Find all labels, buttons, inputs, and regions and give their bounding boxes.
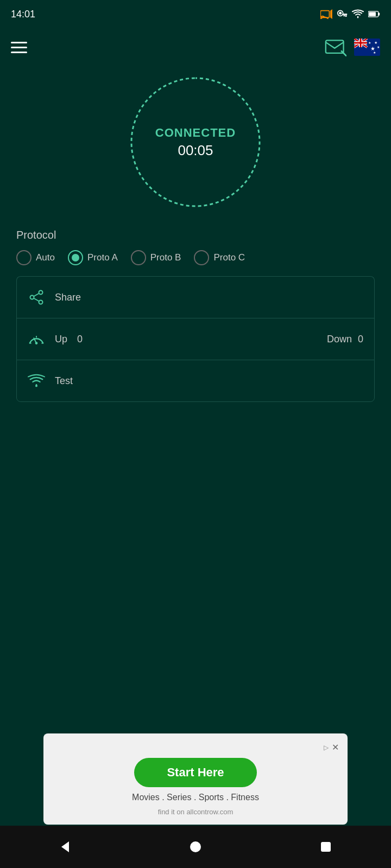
ad-categories: Movies . Series . Sports . Fitness bbox=[132, 793, 259, 802]
svg-marker-38 bbox=[61, 841, 69, 852]
svg-text:★: ★ bbox=[373, 51, 376, 54]
country-flag-button[interactable]: ★ ★ ★ ★ ★ bbox=[354, 35, 380, 59]
hamburger-line-2 bbox=[11, 47, 27, 48]
protocol-option-protoA[interactable]: Proto A bbox=[68, 250, 118, 265]
radio-circle-auto bbox=[16, 250, 31, 265]
svg-point-28 bbox=[39, 301, 43, 304]
hamburger-line-3 bbox=[11, 52, 27, 53]
svg-rect-8 bbox=[379, 12, 380, 15]
speed-row: Up 0 Down 0 bbox=[28, 330, 363, 348]
svg-line-31 bbox=[34, 298, 39, 301]
home-button[interactable] bbox=[179, 831, 212, 863]
svg-line-30 bbox=[34, 293, 39, 296]
ad-url: find it on allcontrow.com bbox=[158, 808, 234, 816]
svg-point-33 bbox=[35, 342, 38, 344]
svg-point-3 bbox=[339, 12, 342, 15]
wifi-test-icon bbox=[28, 372, 45, 390]
connection-container: CONNECTED 00:05 bbox=[0, 72, 391, 213]
connection-text: CONNECTED 00:05 bbox=[155, 126, 236, 159]
share-label: Share bbox=[55, 292, 81, 303]
svg-rect-40 bbox=[321, 842, 331, 852]
up-label: Up bbox=[55, 334, 67, 345]
australia-flag-icon: ★ ★ ★ ★ ★ bbox=[354, 39, 380, 56]
hamburger-menu[interactable] bbox=[11, 42, 27, 53]
protocol-option-protoB[interactable]: Proto B bbox=[131, 250, 181, 265]
top-bar: ★ ★ ★ ★ ★ bbox=[0, 28, 391, 66]
down-label: Down bbox=[327, 334, 352, 344]
status-time: 14:01 bbox=[11, 9, 35, 20]
svg-rect-9 bbox=[369, 12, 376, 16]
protocol-option-auto[interactable]: Auto bbox=[16, 250, 55, 265]
radio-label-auto: Auto bbox=[36, 252, 55, 263]
wifi-icon bbox=[352, 9, 364, 19]
cast-icon bbox=[320, 9, 332, 19]
mail-button[interactable] bbox=[324, 35, 348, 59]
test-label: Test bbox=[55, 375, 73, 387]
protocol-options: Auto Proto A Proto B Proto C bbox=[16, 250, 375, 265]
protocol-title: Protocol bbox=[16, 229, 375, 241]
svg-rect-20 bbox=[354, 42, 367, 44]
svg-text:★: ★ bbox=[374, 41, 377, 44]
battery-icon bbox=[368, 9, 380, 19]
speedometer-icon bbox=[28, 330, 45, 348]
ad-banner: ▷ ✕ Start Here Movies . Series . Sports … bbox=[43, 733, 348, 825]
ad-header: ▷ ✕ bbox=[52, 742, 339, 752]
svg-point-39 bbox=[190, 841, 201, 852]
home-icon bbox=[189, 840, 202, 853]
ad-close-button[interactable]: ✕ bbox=[332, 742, 339, 752]
ad-start-button[interactable]: Start Here bbox=[134, 758, 256, 787]
svg-rect-4 bbox=[343, 14, 347, 15]
status-icons bbox=[320, 9, 380, 19]
connected-status: CONNECTED bbox=[155, 126, 236, 140]
back-button[interactable] bbox=[49, 831, 81, 863]
share-button[interactable]: Share bbox=[16, 276, 375, 318]
speed-left: Up 0 bbox=[28, 330, 83, 348]
radio-label-protoC: Proto C bbox=[213, 252, 245, 263]
recents-button[interactable] bbox=[310, 831, 342, 863]
status-bar: 14:01 bbox=[0, 0, 391, 28]
svg-rect-5 bbox=[345, 15, 347, 17]
radio-label-protoB: Proto B bbox=[150, 252, 181, 263]
up-value: 0 bbox=[77, 334, 83, 345]
protocol-option-protoC[interactable]: Proto C bbox=[194, 250, 245, 265]
svg-point-27 bbox=[39, 291, 43, 295]
mail-icon bbox=[325, 38, 346, 56]
protocol-section: Protocol Auto Proto A Proto B Proto C bbox=[0, 229, 391, 276]
test-button[interactable]: Test bbox=[16, 360, 375, 402]
hamburger-line-1 bbox=[11, 42, 27, 43]
svg-point-29 bbox=[30, 296, 34, 299]
radio-inner-protoA bbox=[72, 254, 79, 261]
svg-point-37 bbox=[35, 385, 37, 387]
radio-circle-protoA bbox=[68, 250, 83, 265]
connection-timer: 00:05 bbox=[155, 142, 236, 159]
connection-circle[interactable]: CONNECTED 00:05 bbox=[125, 72, 266, 213]
svg-rect-6 bbox=[344, 15, 345, 17]
speed-right: Down 0 bbox=[327, 334, 363, 345]
recents-icon bbox=[320, 841, 332, 853]
top-bar-right: ★ ★ ★ ★ ★ bbox=[324, 35, 380, 59]
key-icon bbox=[337, 9, 348, 19]
nav-bar bbox=[0, 826, 391, 868]
share-icon bbox=[28, 289, 45, 306]
back-icon bbox=[57, 839, 73, 855]
svg-text:★: ★ bbox=[377, 46, 380, 49]
svg-text:★: ★ bbox=[368, 41, 371, 44]
radio-label-protoA: Proto A bbox=[87, 252, 118, 263]
radio-circle-protoB bbox=[131, 250, 146, 265]
actions-section: Share Up 0 Down bbox=[0, 276, 391, 402]
down-value: 0 bbox=[358, 334, 363, 344]
ad-badge: ▷ bbox=[324, 744, 329, 751]
speed-button[interactable]: Up 0 Down 0 bbox=[16, 318, 375, 360]
radio-circle-protoC bbox=[194, 250, 209, 265]
